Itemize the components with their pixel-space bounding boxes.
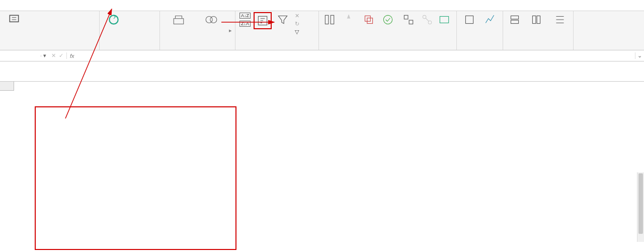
svg-rect-19: [532, 16, 536, 23]
svg-rect-6: [325, 15, 329, 24]
relationships-button: [421, 12, 434, 27]
svg-rect-17: [511, 16, 518, 19]
forecast-button[interactable]: [481, 12, 500, 27]
group-label: [460, 49, 500, 49]
group-label: [322, 49, 453, 49]
svg-rect-12: [409, 20, 413, 24]
name-box[interactable]: [0, 55, 41, 57]
svg-point-10: [384, 15, 392, 24]
currency-type-button[interactable]: [196, 12, 227, 27]
group-button[interactable]: [506, 12, 523, 27]
consolidate-button[interactable]: [399, 12, 419, 27]
cancel-icon[interactable]: ✕: [51, 52, 56, 59]
svg-point-1: [109, 15, 118, 24]
advanced-filter-button[interactable]: ▽: [294, 28, 302, 36]
svg-rect-11: [405, 15, 409, 19]
svg-rect-18: [511, 20, 518, 24]
stock-type-button[interactable]: [163, 12, 194, 27]
spreadsheet: [0, 82, 644, 242]
filter-button[interactable]: [274, 12, 292, 27]
formula-expand-button[interactable]: ⌄: [635, 52, 644, 59]
sort-desc-button[interactable]: Z↓A: [238, 20, 252, 27]
text-to-columns-button[interactable]: [322, 12, 337, 27]
data-model-button[interactable]: [436, 12, 453, 27]
select-all-corner[interactable]: [0, 82, 14, 91]
ribbon: ▸ A↓Z Z↓A ✕ ↻ ▽: [0, 11, 644, 50]
svg-rect-16: [465, 16, 473, 23]
group-label: [163, 49, 232, 49]
refresh-all-button[interactable]: [103, 12, 125, 27]
flash-fill-button: [339, 12, 359, 27]
svg-rect-7: [331, 15, 334, 24]
data-validation-button[interactable]: [379, 12, 397, 27]
svg-rect-9: [367, 18, 373, 24]
vertical-scrollbar[interactable]: [637, 172, 644, 242]
group-label: [506, 49, 570, 49]
scrollbar-thumb[interactable]: [638, 173, 643, 234]
sort-button[interactable]: [254, 12, 272, 29]
blank-area: [0, 61, 644, 82]
svg-rect-0: [10, 15, 18, 22]
menu-bar: [0, 0, 644, 11]
name-box-dropdown[interactable]: ▾: [41, 52, 48, 59]
group-label: [103, 49, 156, 49]
svg-rect-8: [365, 16, 371, 21]
formula-input[interactable]: [77, 55, 635, 57]
svg-rect-20: [537, 16, 540, 23]
group-label: [3, 49, 96, 49]
svg-rect-15: [440, 17, 449, 23]
fx-icon[interactable]: fx: [67, 53, 77, 59]
remove-duplicates-button[interactable]: [360, 12, 377, 27]
svg-rect-2: [174, 19, 184, 24]
sort-asc-button[interactable]: A↓Z: [238, 12, 252, 19]
confirm-icon[interactable]: ✓: [59, 52, 63, 59]
clear-filter-button: ✕: [294, 12, 302, 20]
ungroup-button[interactable]: [525, 12, 547, 27]
group-label: [238, 49, 315, 49]
subtotal-button[interactable]: [549, 12, 570, 27]
reapply-button: ↻: [294, 20, 302, 28]
formula-bar: ▾ ✕ ✓ fx ⌄: [0, 50, 644, 61]
svg-point-4: [210, 17, 217, 23]
what-if-button[interactable]: [460, 12, 479, 27]
get-data-button[interactable]: [3, 12, 25, 27]
